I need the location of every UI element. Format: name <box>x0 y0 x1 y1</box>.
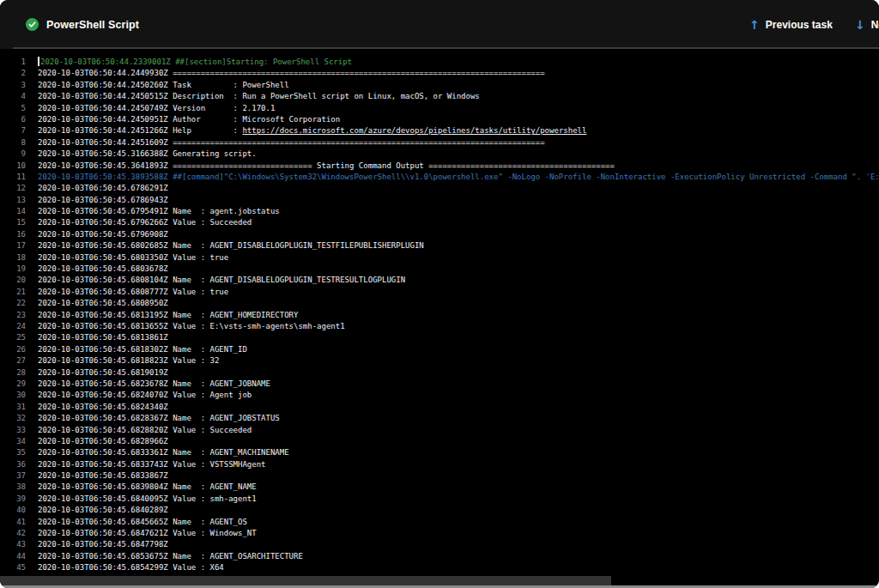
line-number[interactable]: 27 <box>0 355 26 367</box>
log-line: 242020-10-03T06:50:45.6813655Z Value : E… <box>0 321 879 332</box>
help-link[interactable]: https://docs.microsoft.com/azure/devops/… <box>242 126 586 135</box>
line-number[interactable]: 26 <box>0 344 26 355</box>
task-title: PowerShell Script <box>46 19 139 31</box>
line-number[interactable]: 6 <box>0 114 26 125</box>
log-viewer[interactable]: 12020-10-03T06:50:44.2339001Z ##[section… <box>0 50 879 588</box>
log-line: 212020-10-03T06:50:45.6808777Z Value : t… <box>0 287 879 298</box>
arrow-down-icon: ↓ <box>855 19 865 31</box>
log-line: 192020-10-03T06:50:45.6803678Z <box>0 264 879 275</box>
log-text-content: 2020-10-03T06:50:45.6833743Z Value : VST… <box>38 460 266 469</box>
log-text: 2020-10-03T06:50:45.6854299Z Value : X64 <box>38 562 224 573</box>
log-text-content: 2020-10-03T06:50:45.6833867Z <box>38 471 168 480</box>
log-line: 152020-10-03T06:50:45.6796266Z Value : S… <box>0 217 879 228</box>
check-glyph <box>28 21 36 28</box>
log-text-content: 2020-10-03T06:50:45.6853675Z Name : AGEN… <box>38 552 303 561</box>
log-line: 322020-10-03T06:50:45.6828367Z Name : AG… <box>0 413 879 424</box>
previous-task-button[interactable]: ↑ Previous task <box>749 19 833 31</box>
line-number[interactable]: 9 <box>0 149 26 160</box>
log-rows: 12020-10-03T06:50:44.2339001Z ##[section… <box>0 57 879 585</box>
line-number[interactable]: 34 <box>0 436 26 447</box>
line-number[interactable]: 18 <box>0 252 26 264</box>
line-number[interactable]: 19 <box>0 264 26 275</box>
log-text: 2020-10-03T06:50:45.6840095Z Value : smh… <box>38 494 257 505</box>
line-number[interactable]: 45 <box>0 562 26 573</box>
line-number[interactable]: 36 <box>0 459 26 470</box>
line-number[interactable]: 32 <box>0 413 26 424</box>
log-text-content: 2020-10-03T06:50:45.6828820Z Value : Suc… <box>38 426 252 434</box>
log-text: 2020-10-03T06:50:45.6795491Z Name : agen… <box>38 206 280 217</box>
line-number[interactable]: 42 <box>0 528 26 539</box>
line-number[interactable]: 7 <box>0 125 26 136</box>
log-text-content: 2020-10-03T06:50:45.6818302Z Name : AGEN… <box>38 345 247 354</box>
line-number[interactable]: 1 <box>0 57 26 68</box>
log-line: 182020-10-03T06:50:45.6803350Z Value : t… <box>0 252 879 264</box>
log-text-content: 2020-10-03T06:50:44.2339001Z ##[section]… <box>40 58 352 66</box>
previous-task-label: Previous task <box>766 19 833 31</box>
line-number[interactable]: 39 <box>0 494 26 505</box>
log-text: 2020-10-03T06:50:44.2451266Z Help : http… <box>38 125 586 136</box>
log-line: 432020-10-03T06:50:45.6847798Z <box>0 539 879 550</box>
log-line: 412020-10-03T06:50:45.6845665Z Name : AG… <box>0 517 879 528</box>
line-number[interactable]: 15 <box>0 217 26 228</box>
log-line: 62020-10-03T06:50:44.2450951Z Author : M… <box>0 114 879 125</box>
line-number[interactable]: 2 <box>0 68 26 79</box>
line-number[interactable]: 33 <box>0 425 26 436</box>
line-number[interactable]: 4 <box>0 91 26 102</box>
log-line: 122020-10-03T06:50:45.6786291Z <box>0 183 879 194</box>
line-number[interactable]: 8 <box>0 137 26 149</box>
line-number[interactable]: 21 <box>0 287 26 298</box>
line-number[interactable]: 37 <box>0 470 26 482</box>
log-text-content: 2020-10-03T06:50:45.3641893Z ===========… <box>38 161 615 170</box>
log-text: 2020-10-03T06:50:45.6847621Z Value : Win… <box>38 528 257 539</box>
log-text: 2020-10-03T06:50:45.6833361Z Name : AGEN… <box>38 447 289 458</box>
horizontal-scrollbar-thumb[interactable] <box>0 576 611 585</box>
line-number[interactable]: 20 <box>0 275 26 286</box>
log-line: 392020-10-03T06:50:45.6840095Z Value : s… <box>0 494 879 505</box>
log-text-content: 2020-10-03T06:50:45.6786291Z <box>38 184 168 192</box>
line-number[interactable]: 11 <box>0 172 26 183</box>
log-line: 42020-10-03T06:50:44.2450515Z Descriptio… <box>0 91 879 102</box>
next-task-button[interactable]: ↓ Next task <box>855 19 879 31</box>
log-line: 222020-10-03T06:50:45.6808950Z <box>0 298 879 309</box>
log-text: 2020-10-03T06:50:45.6824340Z <box>38 402 168 413</box>
log-text-content: 2020-10-03T06:50:45.6808777Z Value : tru… <box>38 288 228 296</box>
line-number[interactable]: 14 <box>0 206 26 217</box>
log-text: 2020-10-03T06:50:45.6833743Z Value : VST… <box>38 459 266 470</box>
line-number[interactable]: 17 <box>0 240 26 252</box>
line-number[interactable]: 5 <box>0 103 26 114</box>
log-line: 362020-10-03T06:50:45.6833743Z Value : V… <box>0 459 879 470</box>
log-text: 2020-10-03T06:50:45.6813861Z <box>38 332 168 343</box>
log-text-content: 2020-10-03T06:50:45.6796266Z Value : Suc… <box>38 218 252 227</box>
log-text: 2020-10-03T06:50:45.6808950Z <box>38 298 168 309</box>
log-text: 2020-10-03T06:50:45.6847798Z <box>38 539 168 550</box>
line-number[interactable]: 24 <box>0 321 26 332</box>
line-number[interactable]: 25 <box>0 332 26 343</box>
log-line: 72020-10-03T06:50:44.2451266Z Help : htt… <box>0 125 879 136</box>
log-line: 382020-10-03T06:50:45.6839804Z Name : AG… <box>0 482 879 493</box>
line-number[interactable]: 30 <box>0 390 26 401</box>
line-number[interactable]: 40 <box>0 505 26 516</box>
line-number[interactable]: 12 <box>0 183 26 194</box>
line-number[interactable]: 35 <box>0 447 26 458</box>
line-number[interactable]: 38 <box>0 482 26 493</box>
log-text: 2020-10-03T06:50:45.6824070Z Value : Age… <box>38 390 252 401</box>
log-text: 2020-10-03T06:50:45.6803678Z <box>38 264 168 275</box>
line-number[interactable]: 22 <box>0 298 26 309</box>
log-text-content: 2020-10-03T06:50:45.6803678Z <box>38 264 168 273</box>
line-number[interactable]: 44 <box>0 551 26 562</box>
line-number[interactable]: 31 <box>0 402 26 413</box>
line-number[interactable]: 43 <box>0 539 26 550</box>
line-number[interactable]: 41 <box>0 517 26 528</box>
line-number[interactable]: 3 <box>0 80 26 91</box>
line-number[interactable]: 13 <box>0 195 26 206</box>
line-number[interactable]: 16 <box>0 229 26 240</box>
log-text-content: 2020-10-03T06:50:44.2450515Z Description… <box>38 92 480 100</box>
log-text: 2020-10-03T06:50:45.6819019Z <box>38 367 168 379</box>
log-text: 2020-10-03T06:50:45.6796908Z <box>38 229 168 240</box>
log-line: 342020-10-03T06:50:45.6828966Z <box>0 436 879 447</box>
line-number[interactable]: 29 <box>0 379 26 390</box>
line-number[interactable]: 23 <box>0 310 26 321</box>
log-text-content: 2020-10-03T06:50:45.6828367Z Name : AGEN… <box>38 414 280 422</box>
line-number[interactable]: 10 <box>0 161 26 172</box>
line-number[interactable]: 28 <box>0 367 26 379</box>
